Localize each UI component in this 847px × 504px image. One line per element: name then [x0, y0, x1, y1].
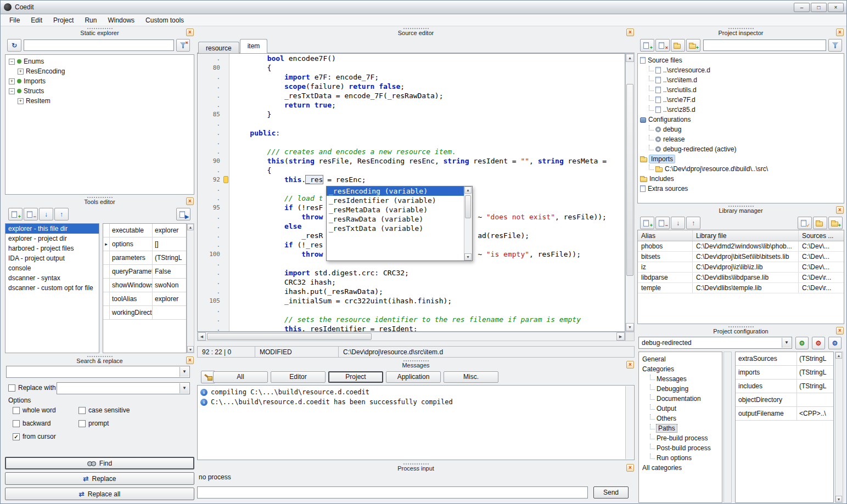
property-value[interactable]: (TStringL [153, 251, 186, 264]
category-item[interactable]: Post-build process [639, 443, 722, 453]
find-button[interactable]: Find [5, 457, 194, 469]
add-folder-sources-button[interactable]: + [686, 39, 700, 52]
checkbox-box[interactable]: ✓ [13, 433, 20, 440]
scroll-up-icon[interactable]: ▲ [626, 54, 634, 62]
message-row[interactable]: icompiling C:\...\build\resource.d.coedi… [198, 387, 634, 397]
category-item[interactable]: Messages [639, 374, 722, 384]
dropdown-arrow-icon[interactable]: ▼ [180, 367, 189, 377]
move-library-down-button[interactable]: ↓ [671, 217, 685, 229]
checkbox-whole-word[interactable]: whole word [13, 406, 56, 414]
symbol-filter-input[interactable] [24, 39, 174, 51]
property-row[interactable]: workingDirect [103, 306, 186, 320]
tree-toggle-icon[interactable]: + [18, 69, 24, 75]
panel-close-icon[interactable]: × [186, 29, 194, 36]
property-row[interactable]: queryParametFalse [103, 265, 186, 279]
category-item[interactable]: Run options [639, 453, 722, 463]
tool-list-item[interactable]: IDA - project output [5, 253, 99, 263]
panel-close-icon[interactable]: × [186, 197, 194, 205]
library-row[interactable]: templeC:\Dev\dlibs\temple.libC:\Dev\r... [638, 283, 844, 293]
splitter-handle-icon[interactable] [728, 28, 754, 29]
tree-item[interactable]: C:\Dev\dproj\resource.d\build\..\src\ [638, 164, 844, 174]
code-line[interactable]: . import std.digest.crc: CRC32; [198, 268, 625, 278]
messages-scrollbar[interactable] [625, 386, 633, 459]
dropdown-arrow-icon[interactable]: ▼ [782, 338, 791, 348]
tree-toggle-icon[interactable]: − [9, 88, 15, 94]
config-property-row[interactable]: includes(TStringL [736, 380, 833, 393]
splitter-handle-icon[interactable] [728, 206, 754, 207]
category-item[interactable]: Documentation [639, 394, 722, 404]
splitter-handle-icon[interactable] [403, 28, 429, 29]
property-row[interactable]: toolAliasexplorer [103, 292, 186, 306]
category-item[interactable]: Pre-build process [639, 433, 722, 443]
splitter-handle-icon[interactable] [87, 28, 113, 29]
checkbox-case-sensitive[interactable]: case sensitive [78, 406, 130, 414]
filter-button[interactable] [828, 39, 842, 52]
library-row[interactable]: bitsetsC:\Dev\dproj\bitSet\lib\bitsets.l… [638, 252, 844, 262]
filter-button-misc[interactable]: Misc. [444, 371, 498, 383]
add-folder-button[interactable] [671, 39, 685, 52]
menu-item-custom-tools[interactable]: Custom tools [140, 15, 189, 26]
move-tool-up-button[interactable]: ↑ [54, 208, 69, 220]
code-line[interactable]: 92 this._res = resEnc; [198, 175, 625, 184]
minimize-button[interactable]: – [794, 3, 810, 12]
property-value[interactable]: <CPP>..\ [797, 407, 833, 420]
code-line[interactable]: 80 { [198, 63, 625, 72]
dropdown-arrow-icon[interactable]: ▼ [180, 383, 189, 393]
scroll-up-icon[interactable]: ▲ [464, 186, 472, 194]
remove-configuration-button[interactable]: ⚙ [812, 337, 825, 349]
replace-with-checkbox[interactable]: Replace with [8, 384, 56, 392]
splitter-handle-icon[interactable] [87, 197, 113, 198]
code-line[interactable]: . return true; [198, 100, 625, 110]
scroll-left-icon[interactable]: ◀ [198, 332, 206, 341]
splitter-handle-icon[interactable] [403, 360, 429, 361]
category-item[interactable]: Categories [639, 364, 722, 374]
code-line[interactable]: . public: [198, 128, 625, 138]
editor-vertical-scrollbar[interactable]: ▲ ▼ [625, 53, 635, 332]
tree-item[interactable]: ..\src\utils.d [638, 85, 844, 95]
property-value[interactable]: (TStringL [797, 380, 833, 393]
tool-list-item[interactable]: harbored - project files [5, 243, 99, 253]
menu-item-project[interactable]: Project [48, 15, 79, 26]
code-line[interactable]: . bool encodee7F() [198, 54, 625, 63]
scrollbar-thumb[interactable] [207, 333, 372, 340]
property-value[interactable]: (TStringL [797, 366, 833, 379]
column-header-library-file[interactable]: Library file [693, 230, 799, 241]
checkbox-box[interactable] [8, 384, 15, 392]
search-term-combo[interactable]: ▼ [6, 366, 190, 378]
tree-item[interactable]: −Structs [5, 86, 194, 96]
tool-list-item[interactable]: dscanner - custom opt for file [5, 283, 99, 293]
category-item[interactable]: General [639, 354, 722, 364]
replace-button[interactable]: ⇄Replace [5, 472, 194, 485]
column-header-sources[interactable]: Sources ... [799, 230, 844, 241]
clear-filter-button[interactable]: × [176, 39, 190, 52]
inspector-filter-input[interactable] [703, 39, 826, 51]
remove-library-button[interactable]: − [655, 217, 670, 229]
code-line[interactable]: . [198, 305, 625, 315]
code-line[interactable]: . // sets the resource identifier to the… [198, 315, 625, 324]
replace-all-button[interactable]: ⇄Replace all [5, 488, 194, 500]
filter-button-application[interactable]: Application [386, 371, 441, 383]
move-library-up-button[interactable]: ↑ [686, 217, 700, 229]
tree-item[interactable]: ..\src\z85.d [638, 105, 844, 115]
property-row[interactable]: parameters(TStringL [103, 251, 186, 265]
property-value[interactable]: (TStringL [797, 352, 833, 365]
property-row[interactable]: executableexplorer [103, 224, 186, 237]
code-line[interactable]: 85 } [198, 110, 625, 119]
scroll-down-icon[interactable]: ▼ [626, 323, 634, 331]
property-value[interactable]: explorer [153, 224, 186, 237]
code-line[interactable]: . /// creates and encodes a new resource… [198, 147, 625, 156]
tool-list-item[interactable]: explorer - project dir [5, 234, 99, 243]
tree-item[interactable]: +ResEncoding [5, 66, 194, 76]
code-line[interactable]: 105 _initialSum = crc322uint(ihash.finis… [198, 296, 625, 305]
replace-term-combo[interactable]: ▼ [57, 382, 190, 394]
config-property-row[interactable]: extraSources(TStringL [736, 352, 833, 366]
panel-close-icon[interactable]: × [836, 327, 844, 335]
splitter-handle-icon[interactable] [87, 356, 113, 357]
code-line[interactable]: . [198, 138, 625, 147]
menu-item-run[interactable]: Run [79, 15, 102, 26]
property-row[interactable]: showWindowsswoNon [103, 279, 186, 292]
scroll-up-icon[interactable]: ▲ [187, 224, 194, 230]
scroll-down-icon[interactable]: ▼ [187, 346, 194, 353]
tool-list-item[interactable]: explorer - this file dir [5, 224, 99, 234]
tree-toggle-icon[interactable]: − [9, 59, 15, 65]
